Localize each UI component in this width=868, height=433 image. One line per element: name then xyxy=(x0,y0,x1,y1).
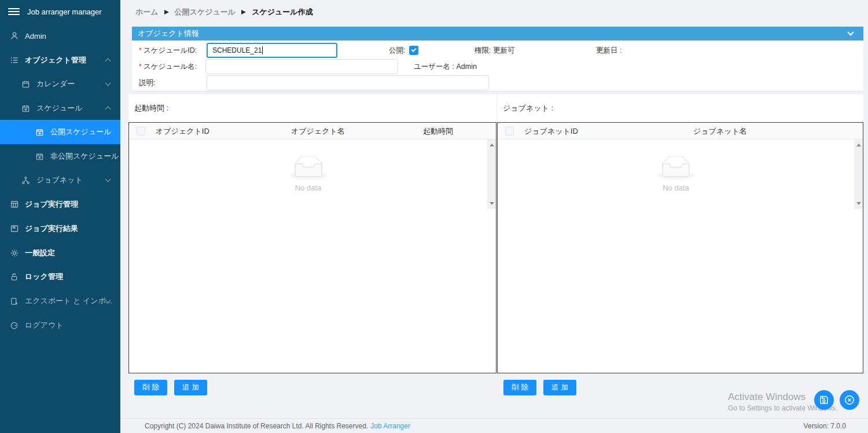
sidebar-item-logout[interactable]: ログアウト xyxy=(0,314,120,337)
select-all-checkbox[interactable] xyxy=(137,127,145,135)
app-root: Job arranger manager Admin オブジェクト管理 カレンダ… xyxy=(0,0,868,433)
no-data-text: No data xyxy=(295,184,322,192)
sidebar-item-job-exec-management[interactable]: ジョブ実行管理 xyxy=(0,193,120,216)
empty-state: No data xyxy=(498,140,854,209)
column-header-object-id[interactable]: オブジェクトID xyxy=(156,123,209,140)
breadcrumb-current: スケジュール作成 xyxy=(252,7,313,17)
schedule-name-input[interactable] xyxy=(205,59,398,74)
sidebar-item-label: スケジュール xyxy=(36,103,83,113)
update-date-label: 更新日 : xyxy=(596,43,621,58)
scroll-down-icon[interactable] xyxy=(856,202,861,205)
chevron-up-icon xyxy=(105,58,111,64)
sidebar-item-label: ジョブ実行結果 xyxy=(25,223,78,234)
scroll-up-icon[interactable] xyxy=(856,144,861,146)
boot-delete-button[interactable]: 削除 xyxy=(134,380,167,395)
breadcrumb: ホーム 公開スケジュール スケジュール作成 xyxy=(120,0,868,24)
sidebar-item-object-management[interactable]: オブジェクト管理 xyxy=(0,49,120,72)
schedule-id-value: SCHEDULE_21 xyxy=(212,46,262,54)
empty-state: No data xyxy=(129,140,487,209)
app-title: Job arranger manager xyxy=(27,8,102,16)
description-input[interactable] xyxy=(207,75,489,90)
boot-time-section-title: 起動時間 : xyxy=(128,94,496,122)
sidebar: Job arranger manager Admin オブジェクト管理 カレンダ… xyxy=(0,0,120,433)
sidebar-item-label: エクスポート と インポ... xyxy=(25,296,112,306)
sidebar-item-private-schedule[interactable]: 非公開スケジュール xyxy=(0,145,120,168)
empty-box-icon xyxy=(290,156,327,180)
scroll-up-icon[interactable] xyxy=(490,144,494,146)
sidebar-item-label: カレンダー xyxy=(36,79,75,89)
sidebar-item-lock-management[interactable]: ロック管理 xyxy=(0,265,120,288)
column-header-jobnet-id[interactable]: ジョブネットID xyxy=(524,123,578,140)
close-fab-button[interactable] xyxy=(840,390,859,410)
close-icon xyxy=(844,394,855,406)
brand-bar: Job arranger manager xyxy=(0,0,120,23)
save-icon xyxy=(819,395,829,405)
sitemap-icon xyxy=(21,175,31,185)
sidebar-item-label: 公開スケジュール xyxy=(50,127,112,137)
sidebar-item-public-schedule[interactable]: 公開スケジュール xyxy=(0,120,120,144)
boot-add-button[interactable]: 追加 xyxy=(174,380,207,395)
chevron-down-icon xyxy=(105,177,111,182)
footer: Copyright (C) 2024 Daiwa Institute of Re… xyxy=(120,418,868,433)
sidebar-user-label: Admin xyxy=(25,32,46,41)
empty-box-icon xyxy=(657,156,694,180)
schedule-name-label: * スケジュール名: xyxy=(139,59,197,74)
column-header-jobnet-name[interactable]: ジョブネット名 xyxy=(693,123,747,140)
sidebar-item-jobnet[interactable]: ジョブネット xyxy=(0,168,120,192)
calendar-event-icon xyxy=(21,104,31,113)
jobnet-table-scrollbar[interactable] xyxy=(854,140,863,209)
jobnet-table-header: ジョブネットID ジョブネット名 xyxy=(498,123,863,140)
sidebar-item-general-settings[interactable]: 一般設定 xyxy=(0,241,120,265)
jobnet-actions: 削除 追加 xyxy=(503,380,576,395)
save-fab-button[interactable] xyxy=(814,390,834,410)
select-all-checkbox[interactable] xyxy=(505,127,514,135)
column-header-boot-time[interactable]: 起動時間 xyxy=(423,123,453,140)
sidebar-item-label: ログアウト xyxy=(25,320,64,331)
user-name-text: ユーザー名 : Admin xyxy=(414,59,477,74)
schedule-id-label: * スケジュールID: xyxy=(139,43,197,58)
public-field: 公開: xyxy=(389,43,418,58)
calendar-event-icon xyxy=(35,127,45,137)
column-header-object-name[interactable]: オブジェクト名 xyxy=(291,123,345,140)
breadcrumb-home[interactable]: ホーム xyxy=(135,7,159,17)
sidebar-item-label: ジョブ実行管理 xyxy=(25,199,78,210)
report-icon xyxy=(9,224,19,234)
user-icon xyxy=(9,31,19,41)
jobnet-table: ジョブネットID ジョブネット名 No data xyxy=(497,122,863,373)
boot-time-table-header: オブジェクトID オブジェクト名 起動時間 xyxy=(129,123,496,140)
sidebar-item-user[interactable]: Admin xyxy=(0,24,120,47)
public-checkbox[interactable] xyxy=(409,46,418,55)
object-info-header[interactable]: オブジェクト情報 xyxy=(132,27,863,41)
jobnet-add-button[interactable]: 追加 xyxy=(543,380,576,395)
job-arranger-link[interactable]: Job Arranger xyxy=(370,422,410,430)
jobnet-delete-button[interactable]: 削除 xyxy=(503,380,536,395)
collapse-chevron-icon[interactable] xyxy=(847,29,854,35)
boot-time-actions: 削除 追加 xyxy=(134,380,207,395)
sidebar-item-label: 一般設定 xyxy=(25,248,55,258)
copyright-text: Copyright (C) 2024 Daiwa Institute of Re… xyxy=(145,422,368,430)
public-label: 公開: xyxy=(389,46,405,56)
required-marker: * xyxy=(139,63,142,71)
schedule-id-input[interactable]: SCHEDULE_21 xyxy=(207,43,337,58)
version-text: Version: 7.0.0 xyxy=(804,422,846,430)
breadcrumb-public-schedule[interactable]: 公開スケジュール xyxy=(175,7,236,17)
scroll-down-icon[interactable] xyxy=(490,202,494,205)
tables-section: 起動時間 : ジョブネット : オブジェクトID オブジェクト名 起動時間 xyxy=(128,94,863,373)
sidebar-item-export-import[interactable]: エクスポート と インポ... xyxy=(0,289,120,313)
arrowhead-right-icon xyxy=(164,10,169,14)
boot-time-table-scrollbar[interactable] xyxy=(487,140,496,209)
no-data-text: No data xyxy=(663,184,689,192)
grid-icon xyxy=(9,200,19,210)
sidebar-item-calendar[interactable]: カレンダー xyxy=(0,72,120,96)
sidebar-item-label: 非公開スケジュール xyxy=(50,151,119,162)
calendar-icon xyxy=(21,79,31,89)
required-marker: * xyxy=(139,46,142,54)
permission-text: 権限: 更新可 xyxy=(475,43,514,58)
sidebar-item-schedule[interactable]: スケジュール xyxy=(0,97,120,120)
sidebar-item-label: ジョブネット xyxy=(36,175,83,185)
sidebar-item-job-exec-result[interactable]: ジョブ実行結果 xyxy=(0,217,120,240)
logout-icon xyxy=(9,321,19,331)
object-info-title: オブジェクト情報 xyxy=(138,28,199,39)
lock-icon xyxy=(9,272,19,282)
hamburger-icon[interactable] xyxy=(8,6,20,17)
